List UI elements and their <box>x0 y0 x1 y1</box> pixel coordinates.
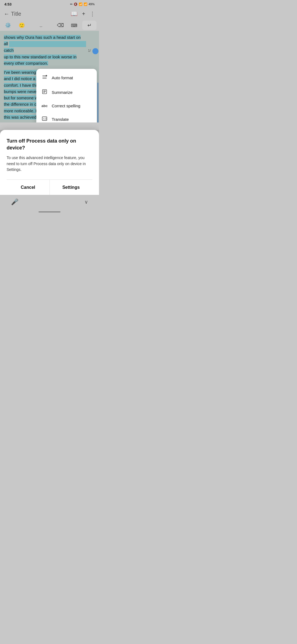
auto-format-icon <box>41 74 48 81</box>
highlighted-text-11: the difference in con <box>4 102 41 107</box>
translate-label: Translate <box>52 117 69 122</box>
kb-toolbar-row1: ⚙️ 🙂 ⎵ ⌫ ⌨ ↵ <box>0 20 99 31</box>
svg-point-0 <box>46 75 47 76</box>
highlighted-catch: catch <box>4 48 14 53</box>
scroll-indicator <box>97 69 98 122</box>
gear-button[interactable]: ⚙️ <box>2 21 13 30</box>
correct-spelling-label: Correct spelling <box>52 103 80 108</box>
highlighted-text-3: up to this new standard or look worse in <box>4 54 76 59</box>
signal-icon: 📶 <box>84 2 87 6</box>
back-button[interactable]: ← <box>4 11 9 17</box>
menu-item-auto-format[interactable]: Auto format <box>36 70 97 85</box>
menu-item-translate[interactable]: A 文 Translate <box>36 112 97 122</box>
status-icons: ✏ 🔇 📶 📶 49% <box>70 2 95 6</box>
delete-button[interactable]: ⌫ <box>55 21 66 30</box>
highlighted-text-2: all <box>4 41 8 46</box>
handle-bar <box>38 211 61 212</box>
space-button[interactable]: ⎵ <box>30 21 52 30</box>
highlighted-text-8: comfort. I have thick <box>4 83 41 88</box>
dialog-overlay: Turn off Process data only on device? To… <box>0 130 99 215</box>
emoji-button[interactable]: 🙂 <box>16 21 27 30</box>
menu-item-summarize[interactable]: Summarize <box>36 85 97 100</box>
status-time: 4:53 <box>4 2 12 6</box>
menu-item-correct-spelling[interactable]: abc Correct spelling <box>36 100 97 112</box>
wifi-icon: 📶 <box>79 2 82 6</box>
keyboard-button[interactable]: ⌨ <box>68 21 79 30</box>
dropdown-menu: Auto format Summarize abc Correct spelli… <box>36 69 97 122</box>
space-gap <box>9 41 86 47</box>
highlighted-text-7: and I did notice a mi <box>4 76 41 81</box>
dialog-title: Turn off Process data only on device? <box>7 138 92 151</box>
page-title: Title <box>11 11 21 17</box>
dialog: Turn off Process data only on device? To… <box>0 130 99 195</box>
summarize-label: Summarize <box>52 90 73 95</box>
translate-icon: A 文 <box>41 116 48 122</box>
summarize-icon <box>41 89 48 96</box>
svg-text:A: A <box>43 118 45 120</box>
highlighted-text-4: every other comparison. <box>4 61 48 66</box>
bottom-nav: 🎤 ∨ <box>0 195 99 209</box>
header-left: ← Title <box>4 11 21 17</box>
header-right: 📖 + ⋮ <box>71 10 95 17</box>
highlighted-text-1: shows why Oura has such a head start on <box>4 35 81 40</box>
add-button[interactable]: + <box>82 11 85 17</box>
mute-icon: 🔇 <box>74 2 78 6</box>
book-icon[interactable]: 📖 <box>71 10 78 17</box>
enter-button[interactable]: ↵ <box>82 21 97 30</box>
status-bar: 4:53 ✏ 🔇 📶 📶 49% <box>0 0 99 8</box>
dialog-body: To use this advanced intelligence featur… <box>7 155 92 173</box>
drag-handle[interactable] <box>92 48 98 54</box>
spelling-icon: abc <box>41 104 48 108</box>
settings-button[interactable]: Settings <box>50 180 93 195</box>
auto-format-label: Auto format <box>52 75 73 80</box>
svg-text:文: 文 <box>45 118 47 120</box>
scroll-thumb[interactable] <box>97 83 98 122</box>
edit-icon: ✏ <box>70 2 73 6</box>
mic-button[interactable]: 🎤 <box>11 198 18 206</box>
app-header: ← Title 📖 + ⋮ <box>0 8 99 20</box>
battery-label: 49% <box>89 2 95 6</box>
dialog-actions: Cancel Settings <box>7 179 92 195</box>
cancel-button[interactable]: Cancel <box>7 180 50 195</box>
more-button[interactable]: ⋮ <box>90 10 95 17</box>
text-area: ⚙️ 🙂 ⎵ ⌫ ⌨ ↵ shows why Oura has such a h… <box>0 20 99 122</box>
bottom-handle <box>0 209 99 215</box>
chevron-down-button[interactable]: ∨ <box>84 199 88 205</box>
highlighted-text-12: more noticeable. Ho <box>4 108 41 113</box>
